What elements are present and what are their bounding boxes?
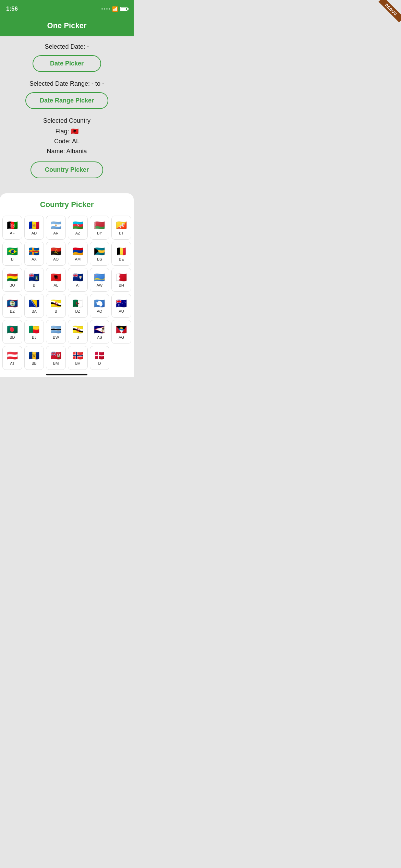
home-indicator <box>0 371 134 377</box>
country-cell[interactable]: 🇧🇿BZ <box>2 294 22 318</box>
country-cell[interactable]: 🇦🇱AL <box>46 268 66 292</box>
country-cell[interactable]: 🇧🇷B <box>2 242 22 266</box>
country-cell[interactable]: 🇦🇩AD <box>24 216 44 240</box>
country-cell[interactable]: 🇧🇾BY <box>90 216 110 240</box>
country-code-label: AF <box>10 231 15 235</box>
selected-date-label: Selected Date: - <box>5 43 128 50</box>
country-flag-emoji: 🇧🇼 <box>50 325 61 334</box>
date-picker-button[interactable]: Date Picker <box>33 55 101 72</box>
country-code-label: BV <box>75 361 80 365</box>
country-flag-detail: Flag: 🇦🇱 <box>5 126 128 136</box>
country-cell[interactable]: 🇦🇶AQ <box>90 294 110 318</box>
country-cell[interactable]: 🇧🇯BJ <box>24 320 44 344</box>
country-flag-emoji: 🇦🇺 <box>116 299 127 308</box>
country-cell[interactable]: 🇦🇷AR <box>46 216 66 240</box>
country-cell[interactable]: 🇦🇲AM <box>68 242 88 266</box>
country-code-label: AO <box>53 257 59 261</box>
country-cell[interactable]: 🇧🇪BE <box>111 242 131 266</box>
country-code-label: BS <box>97 257 102 261</box>
country-picker-panel: Country Picker 🇦🇫AF🇦🇩AD🇦🇷AR🇦🇿AZ🇧🇾BY🇧🇹BT🇧… <box>0 193 134 377</box>
country-cell[interactable]: 🇧🇸BS <box>90 242 110 266</box>
country-cell[interactable]: 🇦🇹AT <box>2 346 22 370</box>
country-cell[interactable]: 🇦🇫AF <box>2 216 22 240</box>
home-bar <box>46 374 87 375</box>
selected-country-section: Selected Country Flag: 🇦🇱 Code: AL Name:… <box>5 117 128 156</box>
wifi-icon: 📶 <box>112 6 118 12</box>
country-code-label: AS <box>97 335 102 339</box>
country-flag-emoji: 🇧🇦 <box>28 299 39 308</box>
country-flag-emoji: 🇧🇪 <box>116 247 127 256</box>
country-cell[interactable]: 🇦🇸AS <box>90 320 110 344</box>
country-flag-emoji: 🇦🇴 <box>50 247 61 256</box>
country-cell[interactable]: 🇧🇩BD <box>2 320 22 344</box>
country-code-label: BH <box>119 283 124 287</box>
country-flag-emoji: 🇧🇻 <box>72 351 83 360</box>
country-flag-emoji: 🇦🇸 <box>94 325 105 334</box>
date-picker-section: Selected Date: - Date Picker <box>5 43 128 72</box>
country-flag-emoji: 🇧🇲 <box>50 351 61 360</box>
country-flag-emoji: 🇧🇭 <box>116 273 127 282</box>
country-cell[interactable]: 🇧🇲BM <box>46 346 66 370</box>
app-title: One Picker <box>47 21 87 30</box>
country-code-label: BB <box>32 361 37 365</box>
country-cell[interactable]: 🇧🇧BB <box>24 346 44 370</box>
country-cell[interactable]: 🇦🇴AO <box>46 242 66 266</box>
selected-country-title: Selected Country <box>5 117 128 124</box>
country-flag-label: Flag: <box>55 128 69 135</box>
date-range-picker-section: Selected Date Range: - to - Date Range P… <box>5 80 128 109</box>
country-cell[interactable]: 🇧🇳B <box>68 320 88 344</box>
country-cell[interactable]: 🇧🇦BA <box>24 294 44 318</box>
country-code-label: AX <box>32 257 37 261</box>
country-flag-emoji: 🇧🇳 <box>72 325 83 334</box>
country-code-label: AM <box>75 257 81 261</box>
country-flag-emoji: 🇧🇧 <box>28 351 39 360</box>
country-picker-button[interactable]: Country Picker <box>31 161 103 178</box>
country-code-label: AU <box>119 309 124 313</box>
country-code-label: AL <box>53 283 58 287</box>
country-cell[interactable]: 🇧🇭BH <box>111 268 131 292</box>
country-cell[interactable]: 🇦🇬AG <box>111 320 131 344</box>
date-range-picker-button[interactable]: Date Range Picker <box>25 92 108 109</box>
country-cell[interactable]: 🇦🇺AU <box>111 294 131 318</box>
country-flag-emoji: 🇧🇿 <box>7 299 18 308</box>
country-flag-emoji: 🇦🇼 <box>94 273 105 282</box>
country-code-detail: Code: AL <box>5 136 128 146</box>
country-flag-emoji: 🇦🇷 <box>50 221 61 230</box>
country-flag-emoji: 🇦🇬 <box>116 325 127 334</box>
country-flag-emoji: 🇧🇳 <box>50 299 61 308</box>
country-code-label: BJ <box>32 335 36 339</box>
country-code-label: AR <box>53 231 59 235</box>
country-cell[interactable]: 🇦🇿AZ <box>68 216 88 240</box>
country-code-label: BY <box>97 231 102 235</box>
country-cell[interactable]: 🇧🇼BW <box>46 320 66 344</box>
country-cell[interactable]: 🇩🇰D <box>90 346 110 370</box>
country-code-label: B <box>11 257 13 261</box>
country-code-label: BT <box>119 231 124 235</box>
country-code-label: B <box>76 335 79 339</box>
country-cell[interactable]: 🇻🇬B <box>24 268 44 292</box>
status-bar: 1:56 📶 <box>0 0 134 16</box>
country-code-label: AZ <box>75 231 80 235</box>
country-flag-emoji: 🇧🇸 <box>94 247 105 256</box>
country-flag-emoji: 🇦🇿 <box>72 221 83 230</box>
country-cell[interactable]: 🇧🇳B <box>46 294 66 318</box>
country-cell[interactable]: 🇧🇹BT <box>111 216 131 240</box>
country-code-label: BM <box>53 361 59 365</box>
country-code-label: DZ <box>75 309 80 313</box>
country-name-detail: Name: Albania <box>5 146 128 156</box>
country-flag-emoji: 🇧🇹 <box>116 221 127 230</box>
country-flag-emoji: 🇧🇯 <box>28 325 39 334</box>
country-cell[interactable]: 🇦🇼AW <box>90 268 110 292</box>
signal-icon <box>101 8 110 10</box>
country-flag-emoji: 🇦🇫 <box>7 221 18 230</box>
country-code-label: BA <box>32 309 37 313</box>
country-flag-emoji: 🇦🇹 <box>7 351 18 360</box>
country-flag-emoji: 🇩🇰 <box>94 351 105 360</box>
country-cell[interactable]: 🇦🇮AI <box>68 268 88 292</box>
country-cell[interactable]: 🇧🇴BO <box>2 268 22 292</box>
country-cell[interactable]: 🇦🇽AX <box>24 242 44 266</box>
country-code-label: BE <box>119 257 124 261</box>
country-cell[interactable]: 🇧🇻BV <box>68 346 88 370</box>
main-content: Selected Date: - Date Picker Selected Da… <box>0 36 134 193</box>
country-cell[interactable]: 🇩🇿DZ <box>68 294 88 318</box>
